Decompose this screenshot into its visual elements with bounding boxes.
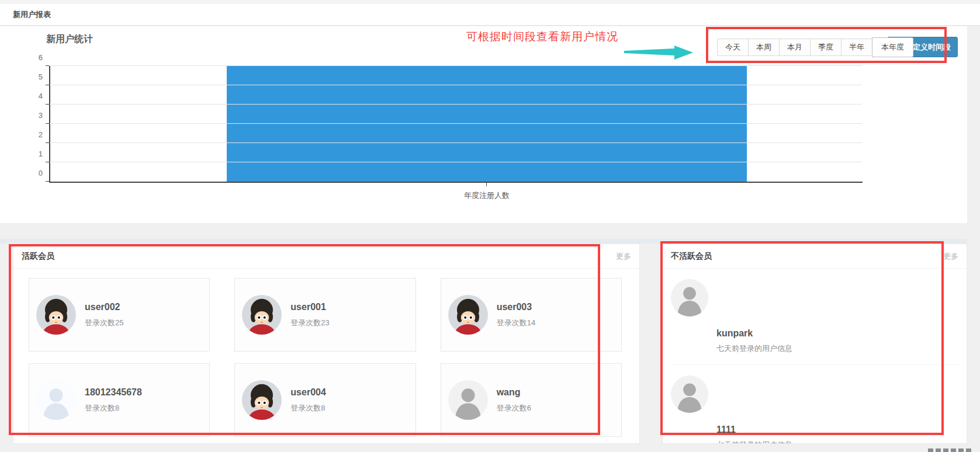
time-button-4[interactable]: 半年: [841, 39, 872, 56]
chart-title: 新用户统计: [46, 33, 93, 46]
user-login-count: 登录次数8: [85, 403, 142, 413]
inactive-members-more-link[interactable]: 更多: [943, 251, 958, 262]
inactive-member-item[interactable]: kunpark 七天前登录的用户信息: [671, 269, 958, 365]
user-name: wang: [497, 387, 531, 398]
user-avatar: [671, 375, 708, 413]
inactive-members-title: 不活跃会员: [671, 251, 712, 262]
y-axis-tick: [46, 85, 49, 85]
gridline: [50, 162, 862, 162]
active-members-grid: user002 登录次数25 user001 登录次数23 user003 登录…: [13, 269, 639, 437]
inactive-members-header: 不活跃会员 更多: [663, 244, 967, 269]
user-login-info: 七天前登录的用户信息: [716, 343, 958, 354]
user-name: user004: [290, 387, 326, 398]
bar-chart: 年度注册人数 0123456: [50, 66, 862, 182]
y-axis-tick: [46, 65, 49, 66]
inactive-member-item[interactable]: 1111 七天前登录的用户信息: [671, 365, 958, 444]
arrow-shape: [624, 46, 693, 60]
top-strip: [0, 0, 980, 4]
active-members-header: 活跃会员 更多: [13, 244, 639, 269]
y-axis-label: 0: [23, 169, 43, 178]
page-title: 新用户报表: [13, 9, 51, 20]
gridline: [50, 65, 862, 66]
time-button-5[interactable]: 本年度: [872, 37, 913, 57]
active-member-card[interactable]: wang 登录次数6: [441, 363, 622, 437]
chart-bar[interactable]: [227, 66, 747, 182]
y-axis-label: 5: [23, 72, 43, 81]
active-member-card[interactable]: user002 登录次数25: [29, 278, 210, 352]
y-axis-tick: [46, 181, 49, 182]
user-card-text: user001 登录次数23: [290, 302, 329, 328]
new-user-chart-panel: 新用户统计 可根据时间段查看新用户情况 今天本周本月季度半年本年度 自定义时间段…: [0, 26, 967, 223]
gridline: [50, 123, 862, 124]
user-avatar: [36, 295, 76, 335]
user-name: user003: [497, 302, 535, 312]
user-avatar: [448, 380, 488, 420]
time-button-3[interactable]: 季度: [810, 39, 841, 56]
user-name: kunpark: [716, 328, 958, 339]
user-card-text: user002 登录次数25: [85, 302, 123, 328]
y-axis-tick: [46, 104, 49, 105]
user-card-text: wang 登录次数6: [497, 387, 531, 413]
time-button-0[interactable]: 今天: [717, 39, 748, 56]
time-button-2[interactable]: 本月: [779, 39, 810, 56]
user-avatar: [36, 380, 76, 420]
user-card-text: user004 登录次数8: [290, 387, 326, 413]
active-members-title: 活跃会员: [22, 251, 54, 262]
inactive-members-panel: 不活跃会员 更多 kunpark 七天前登录的用户信息 1111 七天前登录的用…: [662, 244, 967, 444]
y-axis-line: [49, 66, 50, 182]
time-range-button-group: 今天本周本月季度半年本年度: [717, 38, 913, 57]
y-axis-label: 2: [23, 130, 43, 139]
dashboard-page: 新用户报表 新用户统计 可根据时间段查看新用户情况 今天本周本月季度半年本年度 …: [0, 0, 980, 452]
annotation-text: 可根据时间段查看新用户情况: [466, 29, 618, 44]
user-name: 1111: [716, 425, 958, 435]
y-axis-label: 3: [23, 111, 43, 120]
x-axis-category-label: 年度注册人数: [443, 190, 531, 201]
active-members-more-link[interactable]: 更多: [616, 251, 631, 262]
gridline: [50, 85, 862, 85]
user-name: user002: [85, 302, 123, 312]
time-button-1[interactable]: 本周: [748, 39, 779, 56]
section-divider: [0, 239, 967, 244]
y-axis-tick: [46, 162, 49, 162]
gridline: [50, 142, 862, 143]
topbar: 新用户报表: [0, 4, 980, 26]
user-avatar: [242, 380, 282, 420]
user-login-count: 登录次数8: [290, 403, 326, 413]
inactive-members-list: kunpark 七天前登录的用户信息 1111 七天前登录的用户信息: [663, 269, 967, 444]
user-card-text: user003 登录次数14: [497, 302, 535, 328]
clipped-text-fragment: [928, 448, 974, 452]
annotation-arrow-icon: [624, 46, 694, 61]
user-login-count: 登录次数14: [497, 318, 535, 328]
x-axis-tick: [486, 183, 487, 186]
y-axis-label: 1: [23, 149, 43, 158]
y-axis-label: 6: [23, 53, 43, 62]
user-name: 18012345678: [85, 387, 142, 398]
y-axis-tick: [46, 142, 49, 143]
x-axis-line: [49, 182, 863, 183]
active-member-card[interactable]: 18012345678 登录次数8: [29, 363, 210, 437]
y-axis-label: 4: [23, 92, 43, 100]
active-member-card[interactable]: user001 登录次数23: [234, 278, 415, 352]
y-axis-tick: [46, 123, 49, 124]
active-members-panel: 活跃会员 更多 user002 登录次数25 user001 登录次数23 us…: [13, 244, 640, 444]
user-avatar: [242, 295, 282, 335]
user-login-info: 七天前登录的用户信息: [716, 440, 958, 444]
active-member-card[interactable]: user004 登录次数8: [234, 363, 415, 437]
user-avatar: [448, 295, 488, 335]
user-login-count: 登录次数23: [290, 318, 329, 328]
user-name: user001: [290, 302, 329, 312]
active-member-card[interactable]: user003 登录次数14: [441, 278, 622, 352]
gridline: [50, 104, 862, 105]
user-login-count: 登录次数6: [497, 403, 531, 413]
user-login-count: 登录次数25: [85, 318, 123, 328]
user-avatar: [671, 279, 708, 317]
user-card-text: 18012345678 登录次数8: [85, 387, 142, 413]
